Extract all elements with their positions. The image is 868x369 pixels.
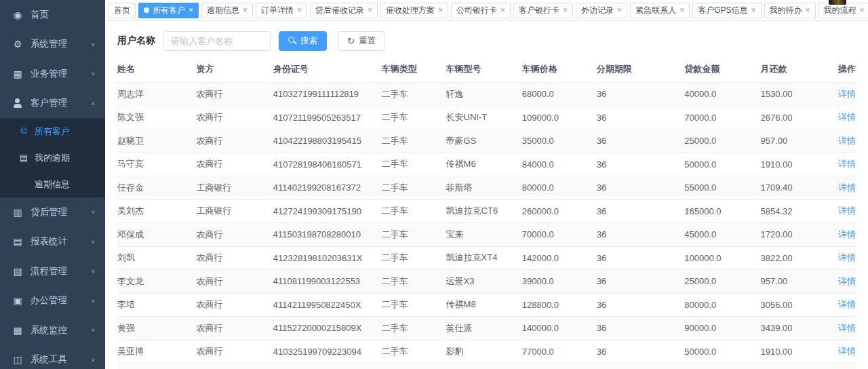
tab[interactable]: 公司银行卡 × (451, 3, 511, 18)
cell-id-number (273, 364, 382, 369)
cell-monthly-payment: 1910.00 (760, 153, 837, 176)
detail-link[interactable]: 详情 (838, 159, 856, 169)
cell-vehicle-price: 109000.0 (522, 106, 597, 130)
tab-close-icon[interactable]: × (860, 6, 865, 14)
search-label: 用户名称 (117, 35, 155, 47)
cell-vehicle-type: 二手车 (382, 106, 446, 130)
tab-close-icon[interactable]: × (617, 6, 622, 14)
tab-close-icon[interactable]: × (243, 6, 248, 14)
tab[interactable]: 所有客户 × (138, 3, 199, 18)
tab-close-icon[interactable]: × (806, 6, 810, 14)
search-button[interactable]: 搜索 (279, 31, 327, 51)
cell-funder: 农商行 (197, 246, 273, 270)
book-icon: ▥ (12, 207, 23, 218)
tab[interactable]: 紧急联系人 × (630, 3, 690, 18)
cell-funder: 农商行 (197, 130, 273, 153)
office-icon: ▣ (12, 295, 23, 306)
detail-link[interactable]: 详情 (838, 112, 856, 122)
cell-funder: 农商行 (197, 83, 273, 106)
tab[interactable]: 客户银行卡 × (513, 3, 573, 18)
tab-close-icon[interactable]: × (563, 6, 568, 14)
content-panel: 用户名称 搜索 ↻ 重置 (105, 21, 868, 369)
detail-link[interactable]: 详情 (838, 89, 856, 99)
sidebar-item[interactable]: ⚙ 系统管理 ∨ (0, 30, 105, 60)
tab-label: 我的待办 (770, 5, 802, 16)
cell-name: 周志洋 (117, 83, 197, 106)
tab[interactable]: 订单详情 × (256, 3, 307, 18)
user-avatar-partial[interactable] (829, 0, 846, 5)
cell-vehicle-price: 77000.0 (522, 340, 597, 364)
detail-link[interactable]: 详情 (838, 182, 856, 193)
detail-link[interactable]: 详情 (838, 229, 856, 239)
tab[interactable]: 逾期信息 × (201, 3, 253, 18)
cell-monthly-payment: 1910.00 (760, 340, 837, 364)
cell-vehicle-model: 轩逸 (446, 364, 522, 369)
table-row: 王志伟 农商行 二手车 轩逸 (117, 364, 856, 369)
sidebar-item[interactable]: 客户管理 ∧ (0, 89, 105, 119)
cell-funder: 农商行 (197, 340, 273, 364)
col-header-vehicle-model: 车辆型号 (446, 60, 522, 83)
sidebar-item[interactable]: © 所有客户 (0, 118, 105, 144)
cell-loan-amount: 80000.0 (684, 293, 760, 317)
cell-vehicle-type: 二手车 (382, 246, 446, 270)
cell-name: 吴亚博 (117, 340, 197, 364)
cell-term: 36 (597, 246, 685, 270)
reset-button[interactable]: ↻ 重置 (338, 31, 385, 51)
cell-id-number: 412724199309175190 (273, 199, 382, 223)
col-header-name: 姓名 (117, 60, 197, 83)
tab-close-icon[interactable]: × (297, 6, 302, 14)
sidebar-item[interactable]: ▤ 报表统计 ∨ (0, 227, 105, 257)
cell-vehicle-type: 二手车 (382, 130, 446, 153)
cell-name: 李培 (117, 293, 197, 317)
sidebar-item[interactable]: ◫ 系统工具 ∨ (0, 345, 105, 369)
table-row: 邓保成 农商行 411503198708280010 二手车 宝来 70000.… (117, 223, 856, 247)
sidebar-item-label: 系统工具 (31, 353, 91, 366)
detail-link[interactable]: 详情 (838, 323, 856, 333)
detail-link[interactable]: 详情 (838, 299, 856, 309)
cell-vehicle-type: 二手车 (382, 83, 446, 106)
sidebar-item[interactable]: ▤ 我的逾期 (0, 144, 105, 171)
table-row: 李培 农商行 41142119950822450X 二手车 传祺M8 12880… (117, 293, 856, 317)
cell-loan-amount (684, 364, 760, 369)
sidebar-item[interactable]: ◉ 首页 (0, 0, 105, 30)
customer-table: 姓名 资方 身份证号 车辆类型 车辆型号 车辆价格 分期期限 贷款金额 月还款 … (117, 60, 856, 369)
tab-close-icon[interactable]: × (189, 6, 193, 14)
person-icon (12, 98, 23, 109)
tab-close-icon[interactable]: × (751, 6, 755, 14)
cell-vehicle-type: 二手车 (382, 364, 446, 369)
cell-term (597, 364, 685, 369)
tab[interactable]: 催收处理方案 × (380, 3, 448, 18)
cell-loan-amount: 25000.0 (684, 270, 760, 294)
tab-close-icon[interactable]: × (500, 6, 505, 14)
tab-close-icon[interactable]: × (368, 6, 372, 14)
sidebar-item[interactable]: ▦ 业务管理 ∨ (0, 59, 105, 89)
tab[interactable]: 首页 × (108, 3, 136, 18)
cell-vehicle-model: 凯迪拉克CT6 (446, 199, 522, 223)
cell-vehicle-model: 宝来 (446, 223, 522, 247)
col-header-loan-amount: 贷款金额 (684, 60, 760, 83)
tab[interactable]: 贷后催收记录 × (310, 3, 378, 18)
cell-id-number: 411503198708280010 (273, 223, 382, 247)
detail-link[interactable]: 详情 (838, 136, 856, 146)
chevron-icon: ∨ (91, 41, 96, 47)
tab-close-icon[interactable]: × (679, 6, 684, 14)
sidebar-item[interactable]: ▩ 系统监控 ∨ (0, 315, 105, 345)
detail-link[interactable]: 详情 (838, 276, 856, 286)
sidebar-item[interactable]: 逾期信息 (0, 171, 105, 197)
sidebar-item[interactable]: ▧ 流程管理 ∨ (0, 256, 105, 286)
detail-link[interactable]: 详情 (838, 206, 856, 216)
sidebar-item-label: 系统管理 (31, 38, 91, 50)
customer-name-input[interactable] (163, 31, 271, 51)
detail-link[interactable]: 详情 (838, 346, 856, 356)
tab[interactable]: 外访记录 × (576, 3, 627, 18)
cell-funder: 农商行 (197, 223, 273, 247)
tab[interactable]: 我的待办 × (764, 3, 816, 18)
dashboard-icon: ◉ (12, 9, 23, 20)
tab[interactable]: 客户GPS信息 × (692, 3, 761, 18)
tab-bar: 首页 × 所有客户 × 逾期信息 × 订单详情 (105, 0, 868, 21)
detail-link[interactable]: 详情 (838, 252, 856, 263)
tab-close-icon[interactable]: × (438, 6, 443, 14)
sidebar-item[interactable]: ▣ 办公管理 ∨ (0, 286, 105, 316)
report-icon: ▤ (12, 236, 23, 247)
sidebar-item[interactable]: ▥ 贷后管理 ∨ (0, 197, 105, 227)
